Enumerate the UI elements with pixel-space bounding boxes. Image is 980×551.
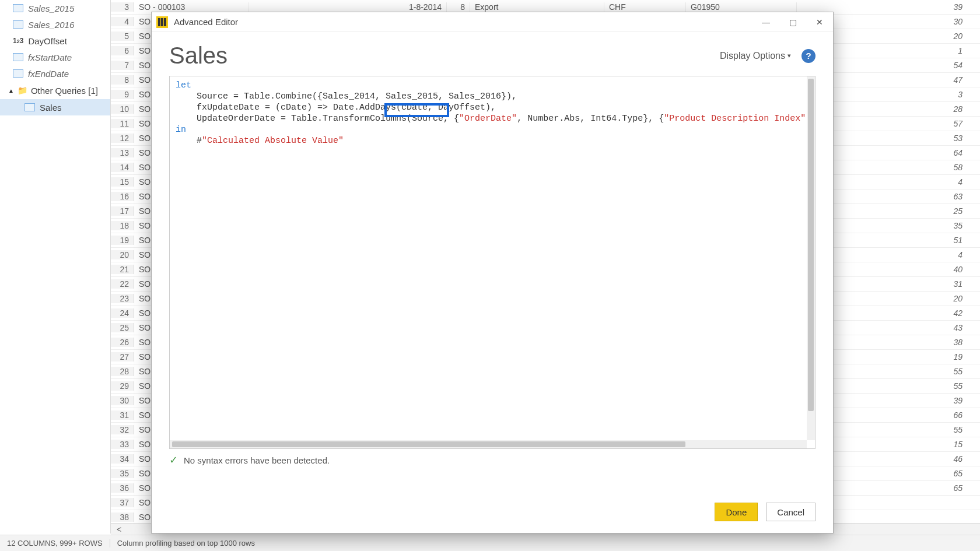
status-profiling: Column profiling based on top 1000 rows xyxy=(110,539,262,548)
query-item[interactable]: fxStartDate xyxy=(28,52,72,62)
help-button[interactable]: ? xyxy=(802,49,816,63)
maximize-button[interactable]: ▢ xyxy=(779,12,806,32)
status-columns-rows: 12 COLUMNS, 999+ ROWS xyxy=(0,539,110,548)
collapse-icon: ▲ xyxy=(8,87,14,94)
query-item[interactable]: Sales_2016 xyxy=(28,20,74,30)
folder-icon: 📁 xyxy=(18,86,27,95)
advanced-editor-dialog: Advanced Editor — ▢ ✕ Sales Display Opti… xyxy=(151,12,834,534)
code-editor[interactable]: let Source = Table.Combine({Sales_2014, … xyxy=(169,76,816,449)
cancel-button[interactable]: Cancel xyxy=(766,503,816,521)
syntax-status: No syntax errors have been detected. xyxy=(184,455,330,465)
query-item[interactable]: Sales_2015 xyxy=(28,3,74,13)
scroll-left-icon[interactable]: < xyxy=(117,525,121,534)
editor-vscroll[interactable] xyxy=(807,76,815,440)
query-group[interactable]: ▲📁Other Queries [1] xyxy=(0,82,110,99)
number-icon: 123 xyxy=(13,37,23,45)
check-icon: ✓ xyxy=(169,454,178,466)
minimize-button[interactable]: — xyxy=(752,12,779,32)
table-icon xyxy=(24,103,35,111)
display-options-dropdown[interactable]: Display Options ▾ xyxy=(720,51,791,61)
table-icon xyxy=(13,20,23,29)
dialog-titlebar[interactable]: Advanced Editor — ▢ ✕ xyxy=(152,12,833,32)
table-icon xyxy=(13,53,23,61)
editor-hscroll[interactable] xyxy=(170,440,807,448)
powerbi-icon xyxy=(156,16,168,28)
status-bar: 12 COLUMNS, 999+ ROWS Column profiling b… xyxy=(0,535,980,551)
done-button[interactable]: Done xyxy=(715,503,758,521)
query-item[interactable]: fxEndDate xyxy=(28,69,69,79)
query-item-selected[interactable]: Sales xyxy=(40,103,62,113)
close-button[interactable]: ✕ xyxy=(806,12,833,32)
table-icon xyxy=(13,4,23,12)
dialog-title: Advanced Editor xyxy=(174,17,238,27)
queries-pane: Sales_2015 Sales_2016 123DayOffset fxSta… xyxy=(0,0,111,534)
query-name-heading: Sales xyxy=(169,43,228,69)
chevron-down-icon: ▾ xyxy=(788,52,791,59)
query-item[interactable]: DayOffset xyxy=(28,36,66,46)
table-icon xyxy=(13,69,23,78)
